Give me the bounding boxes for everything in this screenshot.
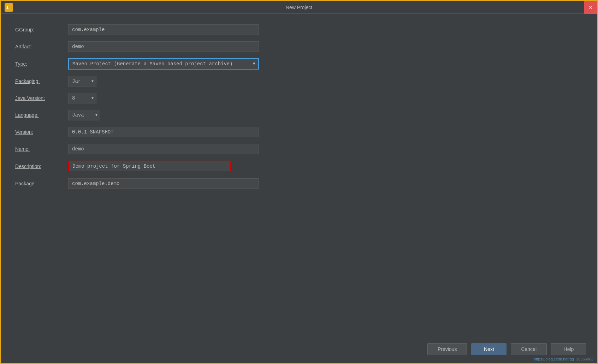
version-label: Version:: [15, 129, 68, 135]
type-row: Type: Maven Project (Generate a Maven ba…: [15, 58, 583, 70]
packaging-select[interactable]: Jar War: [68, 76, 96, 86]
dialog-window: I New Project ✕ GGroup: Artifact: Type:: [0, 0, 598, 364]
java-version-select-wrapper: 8 11 17 ▼: [68, 93, 96, 103]
language-label: Language:: [15, 112, 68, 118]
name-input[interactable]: [68, 144, 259, 154]
bottom-bar: Previous Next Cancel Help: [1, 335, 597, 363]
group-label: GGroup:: [15, 27, 68, 32]
dialog-title: New Project: [286, 5, 312, 10]
language-select-wrapper: Java Kotlin Groovy ▼: [68, 110, 100, 120]
type-select[interactable]: Maven Project (Generate a Maven based pr…: [69, 59, 258, 69]
name-label: Name:: [15, 146, 68, 152]
close-button[interactable]: ✕: [584, 1, 597, 14]
description-row: Description:: [15, 161, 583, 172]
version-input[interactable]: [68, 127, 259, 137]
artifact-label: Artifact:: [15, 44, 68, 49]
help-button[interactable]: Help: [551, 343, 586, 355]
java-version-row: Java Version: 8 11 17 ▼: [15, 93, 583, 103]
title-bar: I New Project ✕: [1, 1, 597, 14]
svg-text:I: I: [6, 5, 9, 11]
packaging-label: Packaging:: [15, 78, 68, 84]
group-input[interactable]: [68, 24, 259, 35]
version-row: Version:: [15, 127, 583, 137]
description-label: Description:: [15, 163, 68, 169]
group-row: GGroup:: [15, 24, 583, 35]
type-select-wrapper: Maven Project (Generate a Maven based pr…: [68, 58, 259, 70]
package-row: Package:: [15, 178, 583, 189]
app-logo: I: [5, 3, 13, 12]
artifact-row: Artifact:: [15, 41, 583, 52]
type-label: Type:: [15, 61, 68, 67]
next-button[interactable]: Next: [471, 343, 507, 355]
package-input[interactable]: [68, 178, 259, 189]
java-version-label: Java Version:: [15, 95, 68, 101]
artifact-input[interactable]: [68, 41, 259, 52]
packaging-select-wrapper: Jar War ▼: [68, 76, 96, 86]
footer-url: https://blog.csdn.net/qq_38366063: [534, 357, 593, 361]
java-version-select[interactable]: 8 11 17: [68, 93, 96, 103]
language-select[interactable]: Java Kotlin Groovy: [68, 110, 100, 120]
form-content: GGroup: Artifact: Type: Maven Project (G…: [1, 14, 597, 206]
package-label: Package:: [15, 181, 68, 186]
cancel-button[interactable]: Cancel: [511, 343, 547, 355]
description-input[interactable]: [68, 161, 231, 172]
name-row: Name:: [15, 144, 583, 154]
language-row: Language: Java Kotlin Groovy ▼: [15, 110, 583, 120]
previous-button[interactable]: Previous: [427, 343, 467, 355]
close-icon: ✕: [589, 4, 592, 11]
packaging-row: Packaging: Jar War ▼: [15, 76, 583, 86]
